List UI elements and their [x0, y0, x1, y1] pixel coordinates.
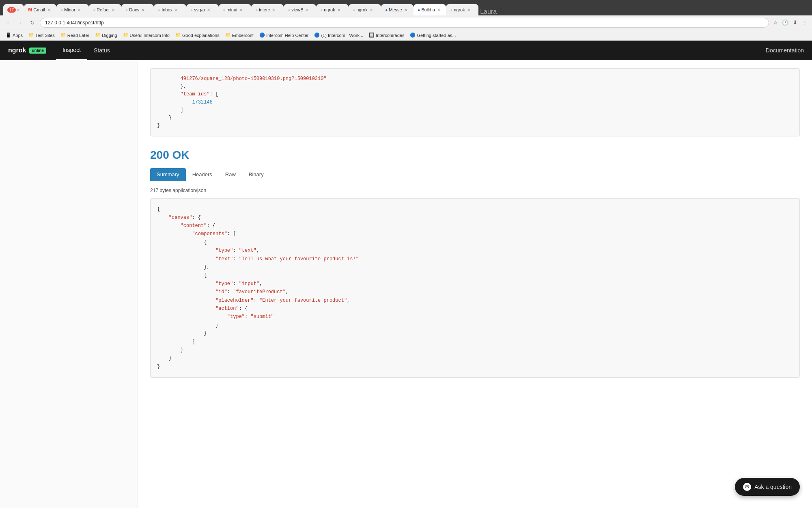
tab-inbox[interactable]: ● Inbox ✕ [154, 4, 186, 15]
tab-label: Messe [389, 7, 402, 12]
top-json-box: 491276/square_128/photo-1509010310.png?1… [150, 68, 800, 136]
left-panel [0, 60, 138, 508]
tab-favicon: ● [93, 8, 95, 12]
bookmark-star-icon[interactable]: ☆ [771, 19, 780, 27]
tab-close[interactable]: ✕ [207, 8, 210, 12]
tab-close[interactable]: ✕ [17, 8, 20, 12]
bookmark-getting-started[interactable]: 🔵 Getting started as... [407, 32, 458, 39]
bookmark-icon: 📁 [175, 32, 181, 38]
tab-ngrok3[interactable]: ● ngrok ✕ [446, 4, 478, 15]
tab-17[interactable]: 17 ✕ [3, 4, 24, 15]
bookmark-label: Read Later [67, 33, 89, 38]
response-status: 200 OK [150, 149, 800, 162]
json-line-6: } [157, 115, 172, 121]
json-line-7: } [157, 123, 160, 128]
nav-status[interactable]: Status [87, 41, 116, 60]
tab-minor[interactable]: ● Minor ✕ [56, 4, 89, 15]
forward-button[interactable]: › [15, 18, 25, 28]
tab-close[interactable]: ✕ [78, 8, 81, 12]
tab-label: svg-p [194, 7, 205, 12]
tab-close[interactable]: ✕ [467, 8, 470, 12]
tab-favicon: ● [223, 8, 225, 12]
tab-svg[interactable]: ● svg-p ✕ [186, 4, 219, 15]
address-bar[interactable] [40, 18, 769, 28]
tab-summary[interactable]: Summary [150, 168, 186, 181]
tab-label: Build a [421, 7, 435, 12]
tab-label: minut [226, 7, 237, 12]
bookmark-good-explanations[interactable]: 📁 Good explanations [173, 32, 222, 39]
bookmark-intercom-help[interactable]: 🔵 Intercom Help Center [257, 32, 311, 39]
chat-button-label: Ask a question [754, 484, 792, 490]
tab-ngrok2[interactable]: ● ngrok ✕ [349, 4, 381, 15]
tab-label: Refact [97, 7, 110, 12]
tab-viewb[interactable]: ● viewB ✕ [284, 4, 316, 15]
bookmark-intercomrades[interactable]: 🔲 Intercomrades [366, 32, 407, 39]
app-status-badge: online [29, 48, 46, 54]
bookmark-emberconf[interactable]: 📁 Emberconf [223, 32, 256, 39]
tab-favicon: ● [288, 8, 290, 12]
bookmark-read-later[interactable]: 📁 Read Later [58, 32, 92, 39]
tab-binary[interactable]: Binary [242, 168, 270, 181]
tab-close[interactable]: ✕ [239, 8, 243, 12]
tab-close[interactable]: ✕ [306, 8, 309, 12]
tab-gmail[interactable]: M Gmail ✕ [24, 4, 56, 15]
tab-close[interactable]: ✕ [370, 8, 373, 12]
app-logo: ngrok [8, 47, 26, 54]
tab-label: Gmail [33, 7, 45, 12]
tab-close[interactable]: ✕ [112, 8, 115, 12]
app-navbar: ngrok online Inspect Status Documentatio… [0, 41, 812, 60]
bookmark-apps[interactable]: 📱 Apps [3, 32, 25, 39]
tab-docs[interactable]: ● Docs ✕ [121, 4, 154, 15]
tab-minut[interactable]: ● minut ✕ [219, 4, 251, 15]
tab-ngrok1[interactable]: ● ngrok ✕ [316, 4, 349, 15]
tab-build-active[interactable]: ● Build a ✕ [414, 4, 446, 15]
bookmark-icon: 🔲 [369, 32, 375, 38]
toolbar-icons: ☆ 🕐 ⬇ ⋮ [771, 19, 809, 27]
tab-favicon: ● [320, 8, 323, 12]
response-meta: 217 bytes application/json [150, 188, 800, 193]
nav-inspect[interactable]: Inspect [56, 41, 87, 60]
bookmark-icon: 📁 [95, 32, 101, 38]
tab-messe[interactable]: ● Messe ✕ [381, 4, 414, 15]
tab-close[interactable]: ✕ [47, 8, 50, 12]
tab-close[interactable]: ✕ [437, 8, 440, 12]
reload-button[interactable]: ↻ [28, 18, 37, 28]
chat-button[interactable]: ✉ Ask a question [735, 478, 800, 496]
tab-label: Minor [64, 7, 75, 12]
tab-close[interactable]: ✕ [174, 8, 178, 12]
tab-close[interactable]: ✕ [272, 8, 275, 12]
bookmark-intercom-work[interactable]: 🔵 (1) Intercom - Work... [312, 32, 366, 39]
bookmark-label: Digging [102, 33, 117, 38]
tab-close[interactable]: ✕ [337, 8, 340, 12]
settings-icon[interactable]: ⋮ [801, 19, 809, 27]
bookmark-label: Test Sites [35, 33, 55, 38]
download-icon[interactable]: ⬇ [791, 19, 799, 27]
browser-chrome: 17 ✕ M Gmail ✕ ● Minor ✕ ● Refact ✕ ● Do… [0, 0, 812, 41]
bookmark-useful-intercom[interactable]: 📁 Useful Intercom Info [121, 32, 172, 39]
tab-interc[interactable]: ● interc ✕ [251, 4, 284, 15]
bookmark-test-sites[interactable]: 📁 Test Sites [26, 32, 57, 39]
history-icon[interactable]: 🕐 [781, 19, 789, 27]
bookmark-icon: 📁 [225, 32, 231, 38]
bookmark-icon: 🔵 [410, 32, 416, 38]
bookmark-label: Useful Intercom Info [130, 33, 170, 38]
tab-headers[interactable]: Headers [186, 168, 219, 181]
tab-refact[interactable]: ● Refact ✕ [89, 4, 121, 15]
tab-label: viewB [291, 7, 303, 12]
tab-favicon: ● [125, 8, 128, 12]
bookmark-digging[interactable]: 📁 Digging [93, 32, 119, 39]
bookmark-icon: 🔵 [314, 32, 320, 38]
back-button[interactable]: ‹ [3, 18, 13, 28]
user-profile[interactable]: Laura [480, 8, 497, 15]
tab-bar: 17 ✕ M Gmail ✕ ● Minor ✕ ● Refact ✕ ● Do… [0, 0, 812, 15]
json-line-1: 491276/square_128/photo-1509010310.png?1… [157, 76, 327, 82]
tab-raw[interactable]: Raw [219, 168, 242, 181]
nav-documentation[interactable]: Documentation [766, 47, 804, 54]
tab-close[interactable]: ✕ [141, 8, 144, 12]
response-json-content: { "canvas": { "content": { "components":… [157, 205, 793, 371]
bookmark-icon: 🔵 [259, 32, 265, 38]
tab-label: ngrok [324, 7, 335, 12]
tab-close[interactable]: ✕ [404, 8, 407, 12]
tab-favicon-minor: ● [60, 8, 63, 12]
bookmark-icon: 📱 [6, 32, 11, 38]
